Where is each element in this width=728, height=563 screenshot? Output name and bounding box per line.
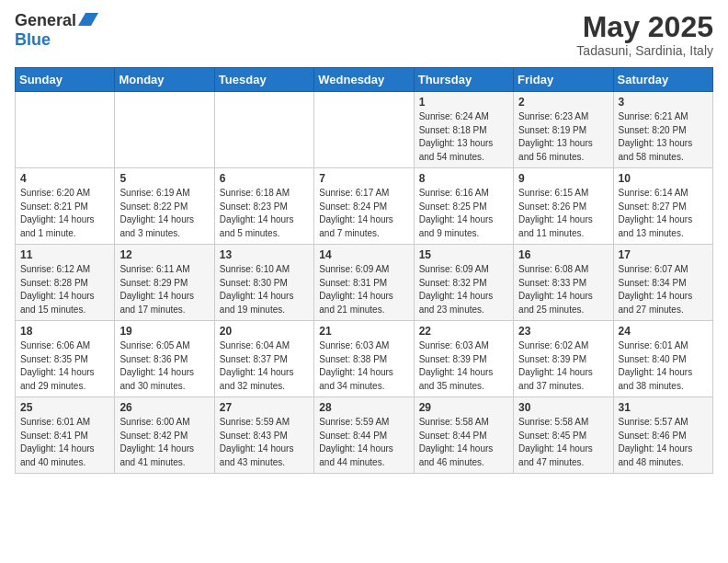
calendar-day-cell [314, 92, 414, 168]
month-title: May 2025 [576, 11, 713, 43]
calendar-day-cell [115, 92, 214, 168]
calendar-day-cell: 30Sunrise: 5:58 AMSunset: 8:45 PMDayligh… [514, 397, 613, 474]
weekday-header: Tuesday [214, 68, 313, 92]
day-info: Sunrise: 6:17 AMSunset: 8:24 PMDaylight:… [319, 187, 408, 240]
calendar-day-cell: 22Sunrise: 6:03 AMSunset: 8:39 PMDayligh… [414, 321, 513, 397]
day-number: 28 [319, 401, 408, 414]
day-info: Sunrise: 5:58 AMSunset: 8:44 PMDaylight:… [419, 416, 508, 469]
day-number: 8 [419, 172, 508, 185]
logo-blue-text: Blue [15, 30, 51, 49]
calendar-day-cell: 28Sunrise: 5:59 AMSunset: 8:44 PMDayligh… [314, 397, 414, 474]
calendar-day-cell: 20Sunrise: 6:04 AMSunset: 8:37 PMDayligh… [214, 321, 313, 397]
calendar-week-row: 11Sunrise: 6:12 AMSunset: 8:28 PMDayligh… [16, 245, 713, 321]
day-number: 13 [220, 248, 309, 261]
calendar-day-cell: 15Sunrise: 6:09 AMSunset: 8:32 PMDayligh… [414, 245, 513, 321]
logo: General Blue [15, 11, 98, 50]
day-info: Sunrise: 6:03 AMSunset: 8:38 PMDaylight:… [319, 339, 408, 393]
calendar-day-cell: 16Sunrise: 6:08 AMSunset: 8:33 PMDayligh… [514, 245, 613, 321]
calendar-day-cell: 13Sunrise: 6:10 AMSunset: 8:30 PMDayligh… [214, 245, 313, 321]
day-info: Sunrise: 6:03 AMSunset: 8:39 PMDaylight:… [419, 339, 508, 393]
calendar-day-cell: 11Sunrise: 6:12 AMSunset: 8:28 PMDayligh… [16, 245, 115, 321]
day-number: 14 [319, 248, 408, 261]
day-info: Sunrise: 6:09 AMSunset: 8:31 PMDaylight:… [319, 263, 408, 316]
svg-marker-0 [78, 13, 98, 26]
day-number: 26 [119, 401, 209, 414]
calendar-day-cell: 14Sunrise: 6:09 AMSunset: 8:31 PMDayligh… [314, 245, 414, 321]
header: General Blue May 2025 Tadasuni, Sardinia… [15, 11, 713, 58]
calendar-day-cell: 3Sunrise: 6:21 AMSunset: 8:20 PMDaylight… [613, 92, 712, 168]
calendar-week-row: 4Sunrise: 6:20 AMSunset: 8:21 PMDaylight… [16, 168, 713, 245]
calendar-day-cell [214, 92, 313, 168]
calendar-day-cell: 4Sunrise: 6:20 AMSunset: 8:21 PMDaylight… [16, 168, 115, 245]
day-info: Sunrise: 6:11 AMSunset: 8:29 PMDaylight:… [119, 263, 209, 316]
day-number: 21 [319, 325, 408, 338]
weekday-header: Thursday [414, 68, 513, 92]
day-number: 20 [220, 325, 309, 338]
calendar-day-cell: 18Sunrise: 6:06 AMSunset: 8:35 PMDayligh… [16, 321, 115, 397]
calendar-day-cell: 29Sunrise: 5:58 AMSunset: 8:44 PMDayligh… [414, 397, 513, 474]
day-info: Sunrise: 6:07 AMSunset: 8:34 PMDaylight:… [619, 263, 708, 316]
day-info: Sunrise: 6:24 AMSunset: 8:18 PMDaylight:… [419, 110, 508, 164]
day-number: 27 [220, 401, 309, 414]
day-number: 12 [119, 248, 209, 261]
day-info: Sunrise: 6:21 AMSunset: 8:20 PMDaylight:… [619, 110, 708, 164]
calendar-day-cell: 19Sunrise: 6:05 AMSunset: 8:36 PMDayligh… [115, 321, 214, 397]
day-number: 4 [20, 172, 109, 185]
calendar-day-cell: 25Sunrise: 6:01 AMSunset: 8:41 PMDayligh… [16, 397, 115, 474]
day-info: Sunrise: 6:06 AMSunset: 8:35 PMDaylight:… [20, 339, 109, 393]
day-info: Sunrise: 6:15 AMSunset: 8:26 PMDaylight:… [518, 187, 608, 240]
day-info: Sunrise: 6:23 AMSunset: 8:19 PMDaylight:… [518, 110, 608, 164]
calendar-day-cell: 26Sunrise: 6:00 AMSunset: 8:42 PMDayligh… [115, 397, 214, 474]
day-number: 9 [518, 172, 608, 185]
day-info: Sunrise: 6:12 AMSunset: 8:28 PMDaylight:… [20, 263, 109, 316]
day-info: Sunrise: 6:02 AMSunset: 8:39 PMDaylight:… [518, 339, 608, 393]
calendar-day-cell: 6Sunrise: 6:18 AMSunset: 8:23 PMDaylight… [214, 168, 313, 245]
day-info: Sunrise: 6:00 AMSunset: 8:42 PMDaylight:… [119, 416, 209, 469]
logo-icon [78, 13, 98, 28]
day-number: 6 [220, 172, 309, 185]
day-info: Sunrise: 6:19 AMSunset: 8:22 PMDaylight:… [119, 187, 209, 240]
day-number: 29 [419, 401, 508, 414]
calendar-day-cell: 9Sunrise: 6:15 AMSunset: 8:26 PMDaylight… [514, 168, 613, 245]
calendar-day-cell: 10Sunrise: 6:14 AMSunset: 8:27 PMDayligh… [613, 168, 712, 245]
day-number: 18 [20, 325, 109, 338]
calendar-day-cell: 27Sunrise: 5:59 AMSunset: 8:43 PMDayligh… [214, 397, 313, 474]
weekday-header: Sunday [16, 68, 115, 92]
day-number: 24 [619, 325, 708, 338]
calendar-day-cell: 12Sunrise: 6:11 AMSunset: 8:29 PMDayligh… [115, 245, 214, 321]
calendar-day-cell: 7Sunrise: 6:17 AMSunset: 8:24 PMDaylight… [314, 168, 414, 245]
day-info: Sunrise: 6:05 AMSunset: 8:36 PMDaylight:… [119, 339, 209, 393]
calendar-day-cell: 31Sunrise: 5:57 AMSunset: 8:46 PMDayligh… [613, 397, 712, 474]
day-number: 23 [518, 325, 608, 338]
title-block: May 2025 Tadasuni, Sardinia, Italy [576, 11, 713, 58]
calendar-day-cell: 23Sunrise: 6:02 AMSunset: 8:39 PMDayligh… [514, 321, 613, 397]
day-number: 5 [119, 172, 209, 185]
weekday-header: Friday [514, 68, 613, 92]
day-number: 15 [419, 248, 508, 261]
day-number: 7 [319, 172, 408, 185]
day-info: Sunrise: 6:10 AMSunset: 8:30 PMDaylight:… [220, 263, 309, 316]
day-number: 1 [419, 96, 508, 109]
day-number: 22 [419, 325, 508, 338]
calendar-day-cell: 2Sunrise: 6:23 AMSunset: 8:19 PMDaylight… [514, 92, 613, 168]
weekday-header: Monday [115, 68, 214, 92]
calendar-week-row: 18Sunrise: 6:06 AMSunset: 8:35 PMDayligh… [16, 321, 713, 397]
day-info: Sunrise: 6:01 AMSunset: 8:40 PMDaylight:… [619, 339, 708, 393]
weekday-header: Wednesday [314, 68, 414, 92]
day-number: 17 [619, 248, 708, 261]
day-info: Sunrise: 6:04 AMSunset: 8:37 PMDaylight:… [220, 339, 309, 393]
day-number: 2 [518, 96, 608, 109]
calendar-day-cell: 5Sunrise: 6:19 AMSunset: 8:22 PMDaylight… [115, 168, 214, 245]
day-info: Sunrise: 6:08 AMSunset: 8:33 PMDaylight:… [518, 263, 608, 316]
day-info: Sunrise: 6:20 AMSunset: 8:21 PMDaylight:… [20, 187, 109, 240]
day-info: Sunrise: 6:16 AMSunset: 8:25 PMDaylight:… [419, 187, 508, 240]
calendar-table: SundayMondayTuesdayWednesdayThursdayFrid… [15, 67, 713, 474]
day-info: Sunrise: 5:59 AMSunset: 8:44 PMDaylight:… [319, 416, 408, 469]
calendar-week-row: 1Sunrise: 6:24 AMSunset: 8:18 PMDaylight… [16, 92, 713, 168]
day-number: 10 [619, 172, 708, 185]
calendar-day-cell: 8Sunrise: 6:16 AMSunset: 8:25 PMDaylight… [414, 168, 513, 245]
day-number: 11 [20, 248, 109, 261]
day-number: 19 [119, 325, 209, 338]
day-number: 30 [518, 401, 608, 414]
calendar-day-cell: 17Sunrise: 6:07 AMSunset: 8:34 PMDayligh… [613, 245, 712, 321]
